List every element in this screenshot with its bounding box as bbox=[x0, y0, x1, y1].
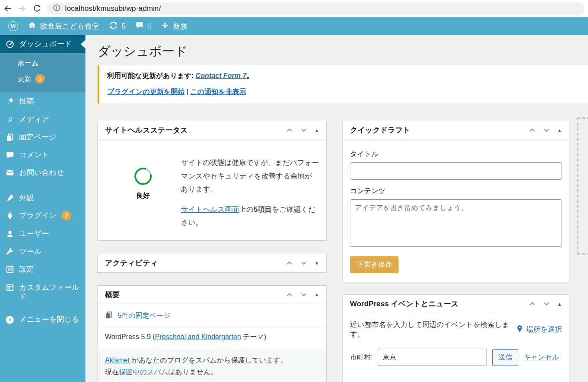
screen: localhost/kmusubi/wp-admin/ W 飲食店こども食堂 5 bbox=[0, 0, 588, 382]
panel-title: アクティビティ bbox=[105, 258, 158, 268]
sidebar-item-users[interactable]: ユーザー bbox=[0, 225, 85, 243]
sidebar-subitem-home[interactable]: ホーム bbox=[0, 56, 85, 71]
custom-fields-icon bbox=[5, 283, 14, 292]
health-text: 上の bbox=[239, 205, 253, 213]
browser-reload-icon[interactable] bbox=[29, 1, 44, 16]
dashboard-submenu: ホーム 更新 5 bbox=[0, 53, 85, 92]
move-up-icon[interactable] bbox=[286, 259, 293, 267]
sidebar-item-label: プラグイン bbox=[19, 211, 57, 220]
envelope-icon bbox=[5, 168, 14, 177]
wordpress-logo-icon: W bbox=[8, 21, 18, 31]
admin-sidebar: ダッシュボード ホーム 更新 5 投稿 ♫ メディア 固定ページ bbox=[0, 35, 85, 382]
pages-icon bbox=[5, 133, 14, 142]
sidebar-item-dashboard[interactable]: ダッシュボード bbox=[0, 35, 85, 53]
collapse-toggle-icon[interactable]: ▲ bbox=[314, 292, 319, 297]
sidebar-item-settings[interactable]: 設定 bbox=[0, 260, 85, 278]
sidebar-item-media[interactable]: ♫ メディア bbox=[0, 110, 85, 128]
updates-menu[interactable]: 5 bbox=[104, 17, 130, 35]
move-up-icon[interactable] bbox=[529, 126, 536, 134]
sidebar-item-plugins[interactable]: プラグイン 2 bbox=[0, 207, 85, 225]
update-notice: 利用可能な更新があります: Contact Form 7。 プラグインの更新を開… bbox=[98, 65, 588, 104]
pages-icon bbox=[105, 311, 113, 321]
save-draft-button[interactable]: 下書き保存 bbox=[350, 256, 399, 273]
panel-title: WordPress イベントとニュース bbox=[350, 299, 458, 309]
home-icon bbox=[28, 21, 36, 32]
submit-button[interactable]: 送信 bbox=[492, 349, 518, 366]
draft-content-textarea[interactable] bbox=[350, 199, 562, 247]
move-down-icon[interactable] bbox=[300, 259, 307, 267]
sidebar-item-label: コメント bbox=[19, 150, 49, 159]
health-description: サイトの状態は健康ですが、まだパフォーマンスやセキュリティを改善する余地がありま… bbox=[181, 156, 319, 196]
panel-title: クイックドラフト bbox=[350, 125, 410, 135]
wrench-icon bbox=[5, 247, 14, 256]
draft-title-input[interactable] bbox=[350, 162, 562, 180]
update-count: 5 bbox=[121, 22, 125, 31]
theme-link[interactable]: Preschool and Kindergarten bbox=[155, 333, 241, 340]
draft-content-label: コンテンツ bbox=[350, 187, 562, 196]
quick-draft-panel: クイックドラフト ▲ タイトル コンテンツ 下書き保存 bbox=[343, 121, 569, 282]
sidebar-item-comments[interactable]: コメント bbox=[0, 146, 85, 164]
sidebar-item-label: 外観 bbox=[19, 193, 34, 202]
notice-period: 。 bbox=[246, 72, 253, 79]
dashboard-column-right: クイックドラフト ▲ タイトル コンテンツ 下書き保存 bbox=[343, 121, 569, 382]
plugins-count-badge: 2 bbox=[62, 211, 71, 220]
select-location-link[interactable]: 場所を選択 bbox=[526, 325, 562, 334]
collapse-toggle-icon[interactable]: ▲ bbox=[557, 301, 562, 307]
sidebar-item-label: ユーザー bbox=[19, 229, 49, 238]
comment-count: 0 bbox=[147, 22, 151, 31]
collapse-toggle-icon[interactable]: ▼ bbox=[314, 261, 319, 266]
sidebar-item-custom-fields[interactable]: カスタムフィールド bbox=[0, 278, 85, 306]
collapse-toggle-icon[interactable]: ▲ bbox=[557, 128, 562, 133]
start-plugin-update-link[interactable]: プラグインの更新を開始 bbox=[107, 88, 185, 95]
wp-logo-menu[interactable]: W bbox=[3, 17, 23, 35]
move-down-icon[interactable] bbox=[543, 300, 550, 308]
collapse-toggle-icon[interactable]: ▲ bbox=[314, 128, 319, 133]
page-info-icon[interactable] bbox=[53, 4, 61, 13]
sidebar-item-appearance[interactable]: 外観 bbox=[0, 189, 85, 207]
move-down-icon[interactable] bbox=[300, 291, 307, 298]
comments-menu[interactable]: 0 bbox=[131, 17, 156, 35]
wp-version-text: WordPress 5.9 ( bbox=[105, 333, 155, 340]
settings-sliders-icon bbox=[5, 265, 14, 274]
sidebar-item-posts[interactable]: 投稿 bbox=[0, 92, 85, 110]
sidebar-item-pages[interactable]: 固定ページ bbox=[0, 128, 85, 146]
media-notes-icon: ♫ bbox=[5, 115, 14, 123]
sidebar-item-tools[interactable]: ツール bbox=[0, 243, 85, 260]
comment-icon bbox=[135, 21, 144, 32]
collapse-arrow-icon bbox=[5, 315, 14, 324]
pages-count-link[interactable]: 5件の固定ページ bbox=[118, 311, 170, 320]
move-up-icon[interactable] bbox=[529, 300, 536, 308]
akismet-link[interactable]: Akismet bbox=[105, 356, 130, 364]
updates-count-badge: 5 bbox=[35, 74, 45, 84]
dismiss-notice-link[interactable]: この通知を非表示 bbox=[190, 88, 246, 95]
akismet-text: があなたのブログをスパムから保護しています。 bbox=[130, 356, 287, 364]
menu-separator bbox=[0, 182, 85, 189]
sidebar-item-label: メニューを閉じる bbox=[19, 315, 79, 324]
new-content-menu[interactable]: 新規 bbox=[156, 17, 192, 35]
news-item-link[interactable]: WordPress 5.9 Josephine bbox=[350, 378, 562, 382]
sidebar-item-contact[interactable]: お問い合わせ bbox=[0, 164, 85, 181]
city-input[interactable] bbox=[378, 349, 487, 366]
move-down-icon[interactable] bbox=[543, 126, 550, 134]
site-name-menu[interactable]: 飲食店こども食堂 bbox=[23, 17, 104, 35]
sidebar-subitem-updates[interactable]: 更新 5 bbox=[0, 71, 85, 87]
browser-back-icon[interactable] bbox=[0, 1, 15, 16]
sidebar-item-label: ダッシュボード bbox=[19, 39, 72, 49]
move-down-icon[interactable] bbox=[300, 126, 307, 134]
user-icon bbox=[5, 230, 14, 238]
site-name-label: 飲食店こども食堂 bbox=[40, 21, 99, 31]
wp-version-suffix: テーマ) bbox=[241, 333, 267, 340]
health-status-label: 良好 bbox=[136, 191, 150, 201]
browser-forward-icon[interactable] bbox=[15, 1, 29, 16]
address-bar[interactable]: localhost/kmusubi/wp-admin/ bbox=[47, 2, 585, 15]
move-up-icon[interactable] bbox=[286, 126, 293, 134]
site-health-screen-link[interactable]: サイトヘルス画面 bbox=[181, 205, 239, 213]
sidebar-item-label: メディア bbox=[19, 115, 49, 124]
move-up-icon[interactable] bbox=[286, 291, 293, 298]
sidebar-item-label: ツール bbox=[19, 247, 42, 256]
plugin-update-link[interactable]: Contact Form 7 bbox=[196, 72, 246, 79]
sidebar-item-collapse-menu[interactable]: メニューを閉じる bbox=[0, 311, 85, 329]
pending-spam-link[interactable]: 保留中のスパム bbox=[119, 368, 168, 376]
spam-text-suffix: はありません。 bbox=[168, 368, 218, 376]
cancel-link[interactable]: キャンセル bbox=[523, 353, 559, 362]
